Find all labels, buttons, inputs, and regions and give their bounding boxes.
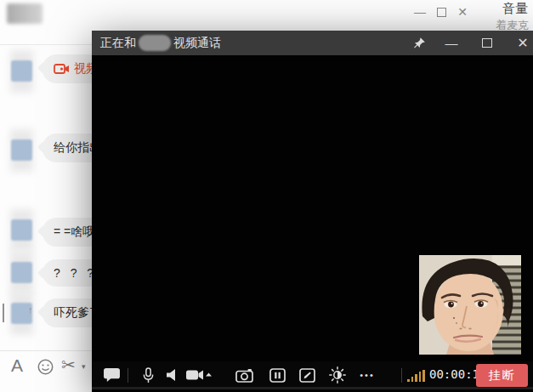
chat-message-icon[interactable] [101, 366, 122, 384]
message-text: ? ? ? [54, 266, 97, 280]
title-prefix: 正在和 [100, 36, 136, 51]
more-options-icon[interactable]: ••• [357, 366, 377, 384]
call-title: 正在和 视频通话 [100, 35, 221, 51]
avatar[interactable] [11, 262, 32, 283]
call-titlebar[interactable]: 正在和 视频通话 — ✕ [92, 31, 533, 55]
blurred-contact-name [7, 3, 43, 24]
maximize-icon[interactable] [478, 31, 496, 55]
emoji-icon[interactable] [37, 359, 54, 375]
chevron-down-icon[interactable]: ▾ [82, 362, 86, 371]
screenshot-camera-icon[interactable] [234, 366, 254, 384]
minimize-icon[interactable]: — [442, 31, 461, 55]
close-icon[interactable]: ✕ [456, 4, 469, 20]
video-camera-icon [54, 63, 70, 75]
screenshot-scissors-icon[interactable]: ✂ [61, 355, 76, 375]
self-view-video[interactable] [419, 255, 521, 355]
pause-layout-icon[interactable] [267, 366, 287, 384]
font-format-button[interactable]: A [11, 355, 23, 376]
blurred-peer-name [139, 35, 171, 51]
avatar[interactable] [11, 139, 32, 161]
toolbar-separator [401, 368, 402, 383]
pin-icon[interactable] [410, 31, 428, 55]
close-icon[interactable]: ✕ [513, 31, 532, 55]
microphone-icon[interactable] [138, 366, 158, 384]
title-suffix: 视频通话 [173, 36, 221, 51]
chat-window-controls: — ✕ [413, 3, 469, 20]
video-call-window: 正在和 视频通话 — ✕ [92, 31, 533, 392]
maximize-icon[interactable] [434, 4, 448, 20]
call-toolbar: ••• 00:00:15 挂断 [92, 361, 533, 389]
volume-label: 音量 [502, 1, 528, 17]
speaker-icon[interactable] [162, 366, 182, 384]
camera-select-icon[interactable] [185, 366, 213, 384]
toolbar-separator [128, 368, 128, 383]
retract-arrow-icon: ↑ [28, 304, 33, 315]
scroll-artifact [3, 304, 4, 322]
message-text: = =啥哦 [54, 224, 94, 238]
doodle-edit-icon[interactable] [297, 366, 317, 384]
window-bottom-edge [92, 387, 533, 389]
avatar[interactable] [11, 219, 32, 241]
brightness-icon[interactable] [327, 366, 348, 384]
minimize-icon[interactable]: — [413, 4, 427, 20]
avatar[interactable] [11, 60, 32, 82]
hangup-button[interactable]: 挂断 [476, 364, 528, 387]
network-signal-icon [407, 370, 425, 382]
